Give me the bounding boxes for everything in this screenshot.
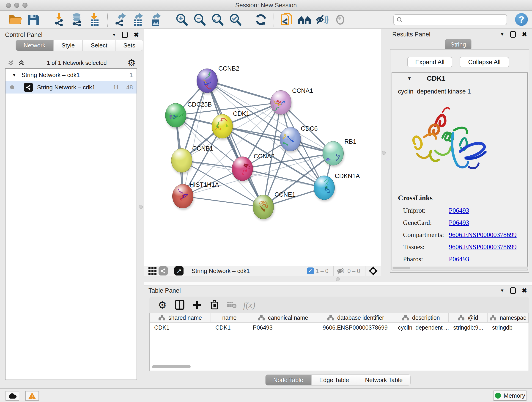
network-node-ccnb2[interactable] bbox=[196, 69, 218, 93]
network-node-ccne1[interactable] bbox=[253, 195, 274, 219]
float-panel-icon[interactable] bbox=[122, 32, 128, 38]
close-panel-icon[interactable]: ✖ bbox=[133, 31, 139, 38]
search-field[interactable] bbox=[393, 14, 507, 25]
close-panel-icon[interactable]: ✖ bbox=[522, 31, 527, 38]
network-edge[interactable] bbox=[242, 169, 324, 188]
left-splitter-handle[interactable] bbox=[139, 205, 143, 209]
bottom-splitter-handle[interactable] bbox=[336, 277, 340, 281]
table-cell[interactable]: CDK1 bbox=[150, 322, 211, 332]
network-node-ccna1[interactable] bbox=[270, 90, 291, 115]
crosslink-link[interactable]: 9606.ENSP00000378699 bbox=[449, 243, 517, 251]
zoom-selected-icon[interactable] bbox=[229, 13, 242, 26]
expand-all-tree-icon[interactable] bbox=[7, 59, 14, 66]
collapse-panel-icon[interactable]: ▼ bbox=[500, 288, 505, 293]
network-collection-row[interactable]: ▼ String Network – cdk1 1 bbox=[6, 69, 137, 81]
add-column-icon[interactable] bbox=[191, 299, 203, 311]
export-image-icon[interactable] bbox=[149, 13, 163, 26]
grid-view-icon[interactable] bbox=[147, 266, 158, 276]
tab-network[interactable]: Network bbox=[16, 40, 53, 51]
column-header-shared-name[interactable]: shared name bbox=[150, 313, 211, 322]
table-cell[interactable]: stringdb:9... bbox=[449, 322, 487, 332]
gene-header[interactable]: ▼ CDK1 bbox=[392, 73, 527, 84]
network-edge[interactable] bbox=[183, 81, 207, 196]
network-node-ccnb1[interactable] bbox=[171, 148, 192, 172]
open-external-icon[interactable]: ↗ bbox=[174, 266, 184, 275]
column-header-name[interactable]: name bbox=[211, 313, 248, 322]
network-edge[interactable] bbox=[207, 81, 281, 102]
table-row[interactable]: CDK1CDK1P064939606.ENSP00000378699cyclin… bbox=[150, 322, 529, 332]
close-panel-icon[interactable]: ✖ bbox=[522, 287, 527, 294]
zoom-in-icon[interactable] bbox=[175, 13, 188, 26]
selected-checkbox-icon[interactable]: ✓ bbox=[307, 268, 314, 274]
collapse-all-tree-icon[interactable] bbox=[18, 59, 25, 66]
column-header-canonical-name[interactable]: canonical name bbox=[248, 313, 318, 322]
network-node-cdc25b[interactable] bbox=[165, 103, 186, 128]
open-folder-icon[interactable] bbox=[9, 13, 22, 26]
network-node-cdc6[interactable] bbox=[280, 127, 301, 151]
network-row[interactable]: String Network – cdk1 11 48 bbox=[6, 81, 137, 94]
float-panel-icon[interactable] bbox=[510, 31, 516, 38]
collapse-panel-icon[interactable]: ▼ bbox=[112, 32, 116, 37]
crosslink-link[interactable]: 9606.ENSP00000378699 bbox=[449, 231, 517, 239]
tab-network-table[interactable]: Network Table bbox=[357, 375, 411, 385]
refresh-icon[interactable] bbox=[254, 13, 268, 26]
network-canvas[interactable]: CCNB2CCNA1CDC25BCDK1CDC6RB1CCNB1CCNA2CDK… bbox=[144, 29, 381, 266]
tab-style[interactable]: Style bbox=[53, 40, 83, 51]
network-node-cdk1[interactable] bbox=[212, 114, 233, 138]
columns-icon[interactable] bbox=[173, 299, 186, 311]
column-header--id[interactable]: @id bbox=[449, 313, 487, 322]
table-scrollbar[interactable] bbox=[149, 364, 529, 369]
column-header-description[interactable]: description bbox=[393, 313, 449, 322]
hidden-eye-icon[interactable] bbox=[337, 267, 346, 274]
import-network-icon[interactable] bbox=[52, 13, 65, 26]
tree-expander-icon[interactable]: ▼ bbox=[12, 72, 17, 78]
collapse-panel-icon[interactable]: ▼ bbox=[500, 32, 505, 37]
network-share-view-icon[interactable] bbox=[158, 266, 168, 275]
network-edge[interactable] bbox=[183, 196, 263, 207]
search-input[interactable] bbox=[404, 17, 500, 23]
column-header-namespac[interactable]: namespac bbox=[488, 313, 529, 322]
tab-select[interactable]: Select bbox=[83, 40, 115, 51]
expand-all-button[interactable]: Expand All bbox=[407, 57, 452, 67]
crosslink-link[interactable]: P06493 bbox=[449, 207, 469, 214]
gene-expander-icon[interactable]: ▼ bbox=[407, 76, 412, 81]
function-builder-icon[interactable]: f(x) bbox=[243, 299, 255, 311]
delete-table-icon[interactable] bbox=[226, 299, 238, 311]
zoom-fit-icon[interactable] bbox=[211, 13, 224, 26]
warning-icon[interactable] bbox=[25, 391, 39, 401]
table-cell[interactable]: cyclin–dependent ... bbox=[393, 322, 449, 332]
column-header-database-identifier[interactable]: database identifier bbox=[318, 313, 393, 322]
export-network-icon[interactable] bbox=[114, 13, 127, 26]
delete-column-icon[interactable] bbox=[208, 299, 221, 311]
network-node-ccna2[interactable] bbox=[232, 157, 253, 181]
eye-icon[interactable] bbox=[334, 13, 347, 26]
float-panel-icon[interactable] bbox=[510, 287, 516, 294]
table-cell[interactable]: P06493 bbox=[248, 322, 318, 332]
crosslink-link[interactable]: P06493 bbox=[449, 255, 469, 263]
table-cell[interactable]: stringdb bbox=[488, 322, 529, 332]
cloud-status-icon[interactable] bbox=[6, 391, 19, 401]
help-icon[interactable]: ? bbox=[515, 13, 528, 26]
eye-slash-icon[interactable] bbox=[316, 13, 329, 26]
gear-icon[interactable]: ⚙ bbox=[156, 299, 168, 311]
tab-node-table[interactable]: Node Table bbox=[265, 375, 311, 385]
save-icon[interactable] bbox=[27, 13, 40, 26]
gear-icon[interactable]: ⚙ bbox=[127, 57, 136, 68]
memory-button[interactable]: Memory bbox=[493, 390, 527, 401]
export-table-icon[interactable] bbox=[132, 13, 145, 26]
right-splitter-handle[interactable] bbox=[382, 151, 386, 155]
table-cell[interactable]: CDK1 bbox=[211, 322, 248, 332]
tab-edge-table[interactable]: Edge Table bbox=[311, 375, 357, 385]
results-tab-string[interactable]: String bbox=[445, 39, 472, 50]
import-table-icon[interactable] bbox=[88, 13, 101, 26]
crosslink-link[interactable]: P06493 bbox=[449, 219, 469, 226]
collapse-all-button[interactable]: Collapse All bbox=[460, 57, 509, 67]
table-scrollbar-thumb[interactable] bbox=[152, 365, 191, 368]
homes-icon[interactable] bbox=[298, 13, 311, 26]
zoom-out-icon[interactable] bbox=[193, 13, 206, 26]
import-database-icon[interactable] bbox=[70, 13, 83, 26]
network-node-cdkn1a[interactable] bbox=[314, 176, 335, 200]
results-scrollbar[interactable] bbox=[393, 267, 528, 269]
tab-sets[interactable]: Sets bbox=[115, 40, 143, 51]
crosshair-icon[interactable] bbox=[369, 266, 378, 275]
